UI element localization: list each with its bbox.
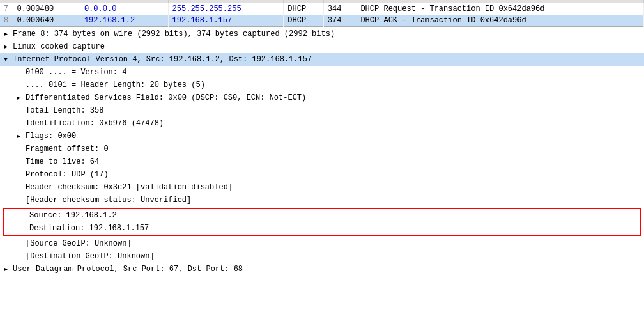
expand-arrow-linux: ▶ bbox=[4, 42, 13, 52]
cell-time: 0.000640 bbox=[13, 15, 80, 27]
cell-num: 8 bbox=[0, 15, 13, 27]
child-version-bits[interactable]: 0100 .... = Version: 4 bbox=[0, 66, 644, 79]
child-flags[interactable]: ▶Flags: 0x00 bbox=[0, 130, 644, 143]
child-label-hdr-checksum: Header checksum: 0x3c21 [validation disa… bbox=[26, 183, 233, 192]
child-hdr-checksum-status[interactable]: [Header checksum status: Unverified] bbox=[0, 194, 644, 207]
table-row[interactable]: 7 0.000480 0.0.0.0 255.255.255.255 DHCP … bbox=[0, 3, 644, 15]
expand-arrow-frame: ▶ bbox=[4, 29, 13, 39]
table-row[interactable]: 8 0.000640 192.168.1.2 192.168.1.157 DHC… bbox=[0, 15, 644, 27]
cell-info: DHCP Request - Transaction ID 0x642da96d bbox=[356, 3, 644, 15]
child-label-dscp: Differentiated Services Field: 0x00 (DSC… bbox=[26, 93, 306, 102]
packet-table: 7 0.000480 0.0.0.0 255.255.255.255 DHCP … bbox=[0, 0, 644, 27]
section-label-frame: Frame 8: 374 bytes on wire (2992 bits), … bbox=[13, 29, 335, 38]
child-label-version-bits: 0100 .... = Version: 4 bbox=[26, 68, 126, 77]
child-label-protocol: Protocol: UDP (17) bbox=[26, 170, 109, 179]
child-label-dst-geoip: [Destination GeoIP: Unknown] bbox=[26, 252, 155, 261]
child-src-geoip[interactable]: [Source GeoIP: Unknown] bbox=[0, 237, 644, 250]
child-dst-ip[interactable]: Destination: 192.168.1.157 bbox=[4, 222, 640, 235]
section-linux[interactable]: ▶Linux cooked capture bbox=[0, 40, 644, 53]
child-header-len-bits[interactable]: .... 0101 = Header Length: 20 bytes (5) bbox=[0, 79, 644, 91]
cell-destination: 192.168.1.157 bbox=[168, 15, 284, 27]
cell-info: DHCP ACK - Transaction ID 0x642da96d bbox=[356, 15, 644, 27]
cell-source: 0.0.0.0 bbox=[80, 3, 168, 15]
detail-panel: ▶Frame 8: 374 bytes on wire (2992 bits),… bbox=[0, 27, 644, 276]
expand-arrow-flags: ▶ bbox=[17, 132, 26, 141]
child-source-ip[interactable]: Source: 192.168.1.2 bbox=[4, 209, 640, 222]
cell-time: 0.000480 bbox=[13, 3, 80, 15]
child-protocol[interactable]: Protocol: UDP (17) bbox=[0, 168, 644, 181]
child-label-total-len: Total Length: 358 bbox=[26, 106, 103, 115]
cell-protocol: DHCP bbox=[284, 3, 323, 15]
cell-num: 7 bbox=[0, 3, 13, 15]
cell-source: 192.168.1.2 bbox=[80, 15, 168, 27]
section-label-linux: Linux cooked capture bbox=[13, 42, 105, 51]
child-label-header-len-bits: .... 0101 = Header Length: 20 bytes (5) bbox=[26, 81, 205, 90]
section-bootstrap[interactable]: ▶Bootstrap Protocol (ACK) bbox=[0, 276, 644, 276]
cell-length: 344 bbox=[323, 3, 356, 15]
expand-arrow-udp: ▶ bbox=[4, 265, 13, 274]
child-ident[interactable]: Identification: 0xb976 (47478) bbox=[0, 117, 644, 130]
child-label-frag-offset: Fragment offset: 0 bbox=[26, 145, 109, 153]
child-ttl[interactable]: Time to live: 64 bbox=[0, 155, 644, 168]
child-total-len[interactable]: Total Length: 358 bbox=[0, 104, 644, 117]
expand-arrow-dscp: ▶ bbox=[17, 93, 26, 103]
child-label-dst-ip: Destination: 192.168.1.157 bbox=[29, 224, 149, 233]
expand-arrow-ipv4: ▼ bbox=[4, 55, 13, 65]
cell-protocol: DHCP bbox=[284, 15, 323, 27]
highlight-box: Source: 192.168.1.2 Destination: 192.168… bbox=[3, 208, 641, 236]
section-label-udp: User Datagram Protocol, Src Port: 67, Ds… bbox=[13, 265, 243, 274]
section-udp[interactable]: ▶User Datagram Protocol, Src Port: 67, D… bbox=[0, 263, 644, 276]
child-label-flags: Flags: 0x00 bbox=[26, 132, 76, 141]
section-label-ipv4: Internet Protocol Version 4, Src: 192.16… bbox=[13, 55, 312, 64]
child-label-hdr-checksum-status: [Header checksum status: Unverified] bbox=[26, 196, 191, 205]
child-label-src-geoip: [Source GeoIP: Unknown] bbox=[26, 239, 132, 248]
child-frag-offset[interactable]: Fragment offset: 0 bbox=[0, 143, 644, 155]
child-label-source-ip: Source: 192.168.1.2 bbox=[29, 211, 117, 220]
cell-destination: 255.255.255.255 bbox=[168, 3, 284, 15]
child-label-ident: Identification: 0xb976 (47478) bbox=[26, 119, 164, 128]
cell-length: 374 bbox=[323, 15, 356, 27]
section-ipv4[interactable]: ▼Internet Protocol Version 4, Src: 192.1… bbox=[0, 53, 644, 66]
child-dscp[interactable]: ▶Differentiated Services Field: 0x00 (DS… bbox=[0, 91, 644, 104]
section-frame[interactable]: ▶Frame 8: 374 bytes on wire (2992 bits),… bbox=[0, 27, 644, 40]
child-dst-geoip[interactable]: [Destination GeoIP: Unknown] bbox=[0, 250, 644, 263]
child-hdr-checksum[interactable]: Header checksum: 0x3c21 [validation disa… bbox=[0, 181, 644, 194]
child-label-ttl: Time to live: 64 bbox=[26, 157, 99, 166]
